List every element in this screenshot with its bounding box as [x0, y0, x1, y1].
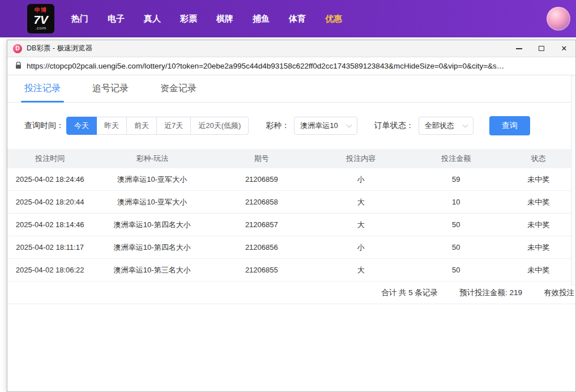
summary-valid-bet: 有效投注	[544, 288, 574, 298]
table-cell: 2025-04-02 18:06:22	[7, 266, 92, 274]
table-cell: 澳洲幸运10-亚军大小	[92, 174, 212, 185]
scrollbar[interactable]	[571, 75, 575, 286]
table-cell: 21206858	[212, 198, 312, 206]
address-bar[interactable]: https://ctopcp02pcali.uengi5e.com/lotter…	[7, 57, 575, 75]
bet-records-table: 投注时间彩种-玩法期号投注内容投注金额状态 2025-04-02 18:24:4…	[7, 149, 575, 304]
table-cell: 50	[411, 243, 501, 252]
summary-row: 合计 共 5 条记录 预计投注金额: 219 有效投注	[7, 282, 575, 304]
lottery-select-value: 澳洲幸运10	[300, 121, 338, 131]
window-titlebar: D DB彩票 - 极速浏览器 ✕	[7, 40, 575, 57]
table-header-row: 投注时间彩种-玩法期号投注内容投注金额状态	[7, 149, 575, 168]
table-cell: 21206855	[212, 266, 312, 274]
table-cell: 小	[312, 174, 411, 185]
nav-item[interactable]: 棋牌	[216, 14, 233, 24]
window-controls: ✕	[507, 40, 575, 57]
top-nav: 热门电子真人彩票棋牌捕鱼体育优惠	[71, 14, 342, 24]
tab[interactable]: 投注记录	[24, 83, 61, 95]
order-status-value: 全部状态	[425, 121, 454, 131]
column-header: 彩种-玩法	[92, 154, 212, 164]
chevron-down-icon	[462, 122, 468, 127]
summary-expected-amount: 预计投注金额: 219	[459, 288, 522, 298]
tab-bar: 投注记录追号记录资金记录	[7, 75, 575, 103]
page-content: 投注记录追号记录资金记录 查询时间： 今天昨天前天近7天近20天(低频) 彩种：…	[7, 75, 575, 391]
lottery-label: 彩种：	[266, 121, 289, 131]
table-cell: 澳洲幸运10-亚军大小	[92, 197, 212, 207]
time-filter-option[interactable]: 近20天(低频)	[190, 117, 249, 135]
table-cell: 21206859	[212, 175, 312, 184]
table-cell: 澳洲幸运10-第四名大小	[92, 242, 212, 253]
nav-item[interactable]: 彩票	[180, 14, 197, 24]
table-cell: 10	[411, 198, 501, 206]
table-cell: 大	[312, 197, 411, 207]
column-header: 期号	[212, 154, 312, 164]
table-row: 2025-04-02 18:20:44澳洲幸运10-亚军大小21206858大1…	[7, 191, 575, 214]
nav-item[interactable]: 捕鱼	[253, 14, 270, 24]
close-icon: ✕	[561, 45, 568, 52]
nav-item[interactable]: 热门	[71, 14, 88, 24]
nav-item[interactable]: 体育	[289, 14, 306, 24]
column-header: 状态	[502, 154, 575, 164]
table-cell: 澳洲幸运10-第三名大小	[92, 265, 212, 275]
time-filter-group: 今天昨天前天近7天近20天(低频)	[66, 117, 249, 135]
logo-top-text: 申博	[35, 7, 47, 13]
favicon-icon: D	[13, 44, 22, 53]
table-cell: 未中奖	[502, 220, 575, 230]
table-cell: 50	[411, 220, 501, 229]
browser-window: D DB彩票 - 极速浏览器 ✕ https://ctopcp02pcali.u…	[7, 40, 576, 392]
table-cell: 澳洲幸运10-第四名大小	[92, 220, 212, 230]
table-body: 2025-04-02 18:24:46澳洲幸运10-亚军大小21206859小5…	[7, 168, 575, 282]
table-cell: 未中奖	[502, 174, 575, 185]
table-cell: 未中奖	[502, 197, 575, 207]
top-nav-bar: 申博 7V .com 热门电子真人彩票棋牌捕鱼体育优惠	[0, 0, 576, 37]
column-header: 投注时间	[7, 154, 92, 164]
summary-total: 合计 共 5 条记录	[381, 288, 438, 298]
lottery-select[interactable]: 澳洲幸运10	[294, 117, 357, 135]
site-logo[interactable]: 申博 7V .com	[27, 4, 54, 33]
table-cell: 未中奖	[502, 242, 575, 253]
nav-item[interactable]: 真人	[144, 14, 161, 24]
close-button[interactable]: ✕	[553, 40, 575, 57]
table-row: 2025-04-02 18:14:46澳洲幸运10-第四名大小21206857大…	[7, 214, 575, 236]
table-cell: 未中奖	[502, 265, 575, 275]
time-filter-option[interactable]: 今天	[66, 117, 97, 135]
table-row: 2025-04-02 18:06:22澳洲幸运10-第三名大小21206855大…	[7, 259, 575, 282]
table-cell: 2025-04-02 18:24:46	[7, 175, 92, 184]
table-row: 2025-04-02 18:11:17澳洲幸运10-第四名大小21206856小…	[7, 236, 575, 259]
tab[interactable]: 资金记录	[160, 83, 197, 95]
table-cell: 59	[411, 175, 501, 184]
window-title: DB彩票 - 极速浏览器	[27, 44, 92, 53]
time-filter-option[interactable]: 前天	[126, 117, 157, 135]
minimize-icon	[516, 48, 522, 49]
table-cell: 50	[411, 266, 501, 274]
table-cell: 小	[312, 242, 411, 253]
table-cell: 大	[312, 265, 411, 275]
table-cell: 2025-04-02 18:20:44	[7, 198, 92, 206]
logo-suffix-text: .com	[35, 26, 46, 31]
maximize-icon	[539, 46, 544, 51]
table-cell: 21206856	[212, 243, 312, 252]
table-cell: 2025-04-02 18:11:17	[7, 243, 92, 252]
lock-icon[interactable]	[15, 61, 22, 71]
table-cell: 2025-04-02 18:14:46	[7, 220, 92, 229]
time-filter-label: 查询时间：	[24, 121, 64, 131]
column-header: 投注金额	[411, 154, 501, 164]
user-avatar[interactable]	[547, 7, 570, 31]
order-status-label: 订单状态：	[374, 121, 414, 131]
tab[interactable]: 追号记录	[92, 83, 129, 95]
maximize-button[interactable]	[530, 40, 553, 57]
nav-item[interactable]: 优惠	[325, 14, 342, 24]
time-filter-option[interactable]: 近7天	[156, 117, 191, 135]
nav-item[interactable]: 电子	[108, 14, 125, 24]
search-button[interactable]: 查询	[489, 116, 530, 135]
filter-row: 查询时间： 今天昨天前天近7天近20天(低频) 彩种： 澳洲幸运10 订单状态：…	[24, 116, 575, 135]
chevron-down-icon	[346, 122, 352, 127]
time-filter-option[interactable]: 昨天	[96, 117, 127, 135]
table-row: 2025-04-02 18:24:46澳洲幸运10-亚军大小21206859小5…	[7, 168, 575, 191]
table-cell: 大	[312, 220, 411, 230]
column-header: 投注内容	[312, 154, 411, 164]
minimize-button[interactable]	[507, 40, 530, 57]
logo-main-text: 7V	[33, 14, 48, 25]
table-cell: 21206857	[212, 220, 312, 229]
url-text[interactable]: https://ctopcp02pcali.uengi5e.com/lotter…	[27, 62, 504, 70]
order-status-select[interactable]: 全部状态	[419, 117, 473, 135]
